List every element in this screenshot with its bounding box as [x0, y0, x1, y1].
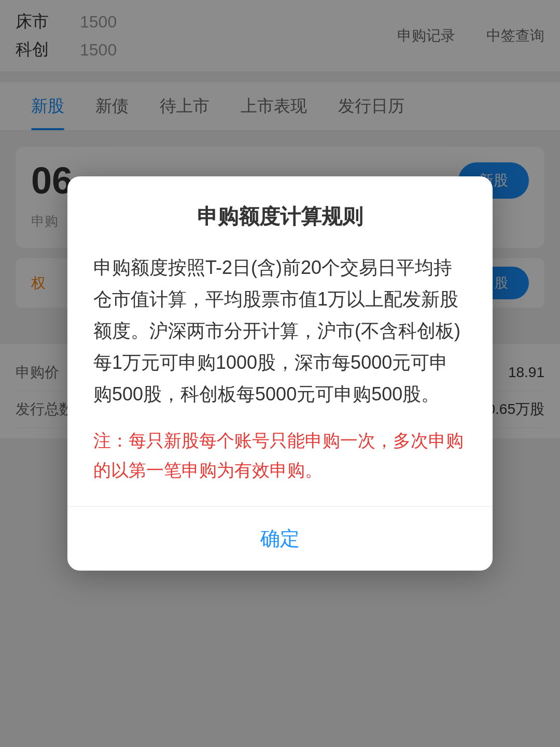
modal-confirm-button[interactable]: 确定: [260, 525, 300, 552]
modal-note-text: 注：每只新股每个账号只能申购一次，多次申购的以第一笔申购为有效申购。: [93, 426, 467, 486]
modal-dialog: 申购额度计算规则 申购额度按照T-2日(含)前20个交易日平均持仓市值计算，平均…: [67, 176, 493, 571]
modal-footer: 确定: [93, 507, 467, 571]
modal-title: 申购额度计算规则: [93, 202, 467, 231]
modal-body-text: 申购额度按照T-2日(含)前20个交易日平均持仓市值计算，平均股票市值1万以上配…: [93, 252, 467, 410]
background-page: 床市 1500 科创 1500 申购记录 中签查询 新股 新债 待上市 上市表现…: [0, 0, 560, 747]
modal-overlay[interactable]: 申购额度计算规则 申购额度按照T-2日(含)前20个交易日平均持仓市值计算，平均…: [0, 0, 560, 747]
